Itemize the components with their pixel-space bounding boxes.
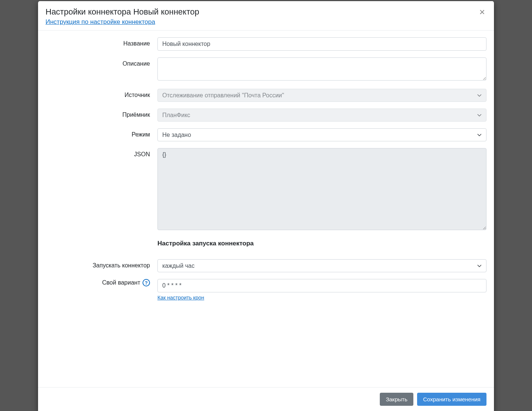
modal-header: Настройки коннектора Новый коннектор Инс… (38, 1, 494, 31)
label-description: Описание (46, 57, 157, 67)
label-custom: Свой вариант ? (46, 279, 157, 286)
instructions-link[interactable]: Инструкция по настройке коннектора (46, 18, 199, 26)
modal-title: Настройки коннектора Новый коннектор (46, 7, 199, 17)
row-mode: Режим Не задано (46, 128, 486, 141)
row-run: Запускать коннектор каждый час (46, 259, 486, 272)
connector-settings-modal: Настройки коннектора Новый коннектор Инс… (38, 1, 494, 411)
receiver-select[interactable]: ПланФикс (157, 109, 486, 122)
mode-select[interactable]: Не задано (157, 128, 486, 141)
json-textarea[interactable]: {} (157, 148, 486, 230)
save-button[interactable]: Сохранить изменения (417, 393, 486, 406)
row-json: JSON {} (46, 148, 486, 232)
label-json: JSON (46, 148, 157, 158)
help-icon[interactable]: ? (143, 279, 150, 286)
row-receiver: Приёмник ПланФикс (46, 109, 486, 122)
label-name: Название (46, 37, 157, 47)
schedule-section-title: Настройка запуска коннектора (157, 240, 486, 247)
run-select[interactable]: каждый час (157, 259, 486, 272)
row-source: Источник Отслеживание отправлений "Почта… (46, 89, 486, 102)
modal-footer: Закрыть Сохранить изменения (38, 387, 494, 411)
source-select[interactable]: Отслеживание отправлений "Почта России" (157, 89, 486, 102)
modal-title-block: Настройки коннектора Новый коннектор Инс… (46, 7, 199, 26)
close-button[interactable]: Закрыть (380, 393, 413, 406)
close-icon[interactable]: × (478, 7, 486, 17)
label-receiver: Приёмник (46, 109, 157, 118)
label-source: Источник (46, 89, 157, 98)
label-run: Запускать коннектор (46, 259, 157, 269)
name-input[interactable] (157, 37, 486, 51)
custom-cron-input[interactable] (157, 279, 486, 292)
label-custom-text: Свой вариант (102, 279, 140, 286)
row-name: Название (46, 37, 486, 51)
modal-body: Название Описание Источник Отслеживание … (38, 31, 494, 387)
label-mode: Режим (46, 128, 157, 138)
row-description: Описание (46, 57, 486, 82)
row-schedule-heading: Настройка запуска коннектора (46, 238, 486, 252)
description-textarea[interactable] (157, 57, 486, 81)
cron-help-link[interactable]: Как настроить крон (157, 295, 204, 301)
row-custom: Свой вариант ? Как настроить крон (46, 279, 486, 301)
